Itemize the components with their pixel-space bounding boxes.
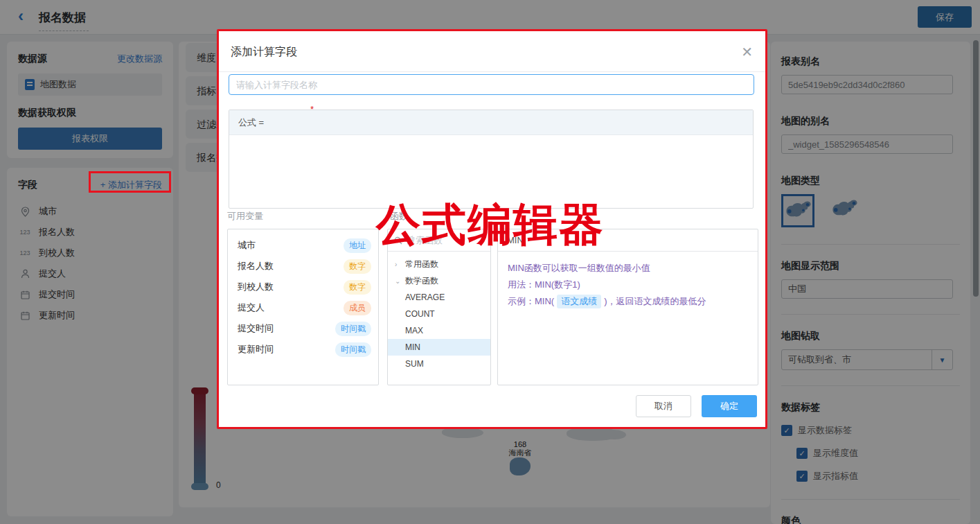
annotation-text: 公式编辑器 — [376, 202, 605, 248]
formula-editor[interactable]: * 公式 = — [229, 110, 754, 209]
chevron-right-icon: › — [395, 261, 402, 268]
function-count[interactable]: COUNT — [388, 306, 490, 322]
variables-list: 城市 地址 报名人数 数字 到校人数 数字 提交人 成员 提交时间 时间戳 更新… — [227, 229, 379, 385]
modal-title: 添加计算字段 — [231, 45, 297, 60]
confirm-button[interactable]: 确定 — [702, 395, 757, 417]
variables-label: 可用变量 — [227, 210, 263, 222]
type-badge: 数字 — [344, 280, 371, 295]
example-field-chip: 语文成绩 — [557, 295, 601, 308]
type-badge: 时间戳 — [335, 342, 371, 357]
description-line: MIN函数可以获取一组数值的最小值 — [508, 260, 748, 277]
type-badge: 时间戳 — [335, 322, 371, 336]
usage-line: 用法：MIN(数字1) — [508, 277, 748, 293]
chevron-down-icon: ⌄ — [395, 277, 402, 285]
function-sum[interactable]: SUM — [388, 356, 490, 372]
type-badge: 成员 — [344, 301, 371, 315]
variable-row[interactable]: 提交人 成员 — [228, 297, 378, 318]
tree-group-math[interactable]: ⌄ 数学函数 — [388, 272, 490, 289]
function-description-panel: MIN MIN函数可以获取一组数值的最小值 用法：MIN(数字1) 示例：MIN… — [497, 229, 758, 385]
required-asterisk: * — [310, 104, 314, 114]
variable-row[interactable]: 到校人数 数字 — [228, 277, 378, 297]
functions-tree: 搜索函数 › 常用函数 ⌄ 数学函数 AVERAGE COUNT MAX MIN… — [387, 229, 491, 385]
type-badge: 数字 — [344, 259, 371, 274]
close-icon[interactable]: ✕ — [741, 44, 753, 60]
function-average[interactable]: AVERAGE — [388, 289, 490, 306]
variable-row[interactable]: 报名人数 数字 — [228, 256, 378, 277]
variable-row[interactable]: 提交时间 时间戳 — [228, 318, 378, 339]
function-min-selected[interactable]: MIN — [388, 339, 490, 356]
variable-row[interactable]: 更新时间 时间戳 — [228, 339, 378, 360]
annotation-highlight-box — [89, 171, 171, 193]
cancel-button[interactable]: 取消 — [636, 395, 691, 417]
calc-field-name-input[interactable] — [229, 74, 754, 95]
function-max[interactable]: MAX — [388, 322, 490, 339]
tree-group-common[interactable]: › 常用函数 — [388, 256, 490, 272]
variable-row[interactable]: 城市 地址 — [228, 235, 378, 256]
type-badge: 地址 — [344, 238, 371, 253]
example-line: 示例：MIN(语文成绩)，返回语文成绩的最低分 — [508, 293, 748, 310]
divider — [219, 71, 765, 72]
formula-prefix: 公式 = — [229, 110, 753, 135]
